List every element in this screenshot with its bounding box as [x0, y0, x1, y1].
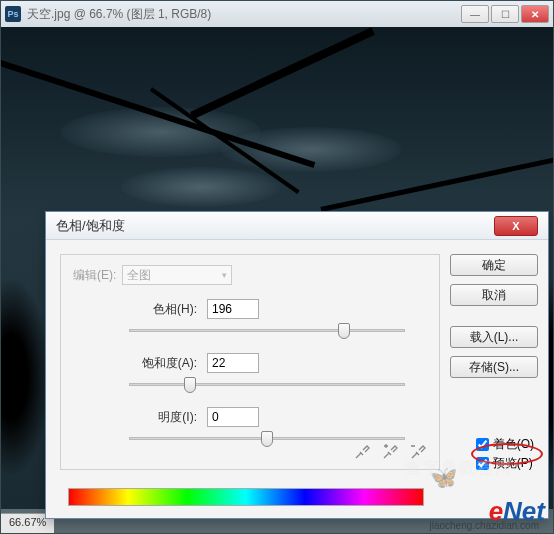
colorize-checkbox-row[interactable]: 着色(O)	[476, 436, 534, 453]
dialog-close-button[interactable]: X	[494, 216, 538, 236]
hue-label: 色相(H):	[123, 301, 207, 318]
hue-input[interactable]	[207, 299, 259, 319]
ok-button[interactable]: 确定	[450, 254, 538, 276]
eyedropper-icon[interactable]	[353, 443, 371, 461]
butterfly-icon: 🦋	[430, 465, 457, 491]
photoshop-window: Ps 天空.jpg @ 66.7% (图层 1, RGB/8) — ☐ ✕ 66…	[0, 0, 554, 534]
title-bar[interactable]: Ps 天空.jpg @ 66.7% (图层 1, RGB/8) — ☐ ✕	[1, 1, 553, 27]
load-button[interactable]: 载入(L)...	[450, 326, 538, 348]
lightness-input[interactable]	[207, 407, 259, 427]
hue-slider[interactable]	[129, 323, 405, 339]
saturation-slider[interactable]	[129, 377, 405, 393]
edit-label: 编辑(E):	[73, 267, 116, 284]
saturation-slider-thumb[interactable]	[184, 377, 196, 393]
watermark-text: 查字典教程网	[405, 458, 513, 479]
edit-select[interactable]: 全图	[122, 265, 232, 285]
saturation-input[interactable]	[207, 353, 259, 373]
colorize-checkbox[interactable]	[476, 438, 489, 451]
maximize-button[interactable]: ☐	[491, 5, 519, 23]
dialog-fieldset: 编辑(E): 全图 色相(H): 饱和度(A):	[60, 254, 440, 470]
saturation-label: 饱和度(A):	[123, 355, 207, 372]
dialog-title: 色相/饱和度	[56, 217, 494, 235]
cancel-button[interactable]: 取消	[450, 284, 538, 306]
close-window-button[interactable]: ✕	[521, 5, 549, 23]
lightness-slider-thumb[interactable]	[261, 431, 273, 447]
watermark-url: jiaocheng.chazidian.com	[429, 520, 539, 531]
document-title: 天空.jpg @ 66.7% (图层 1, RGB/8)	[27, 6, 461, 23]
hue-slider-thumb[interactable]	[338, 323, 350, 339]
lightness-label: 明度(I):	[123, 409, 207, 426]
color-spectrum	[68, 488, 424, 506]
minimize-button[interactable]: —	[461, 5, 489, 23]
app-icon: Ps	[5, 6, 21, 22]
save-button[interactable]: 存储(S)...	[450, 356, 538, 378]
eyedropper-plus-icon[interactable]	[381, 443, 399, 461]
dialog-title-bar[interactable]: 色相/饱和度 X	[46, 212, 548, 240]
